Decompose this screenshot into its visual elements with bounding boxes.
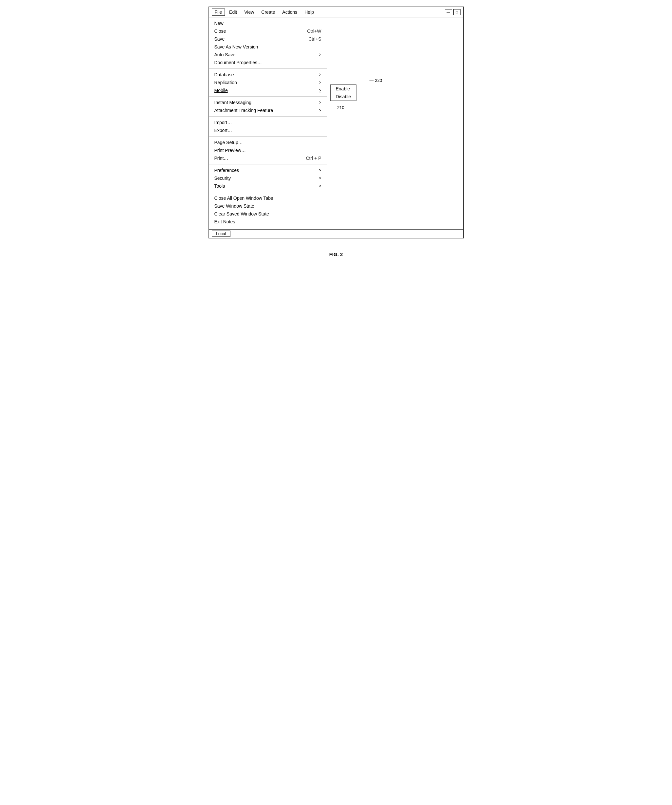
menu-item-instant-messaging-label: Instant Messaging xyxy=(215,100,252,105)
menu-item-mobile-arrow: > xyxy=(319,88,321,93)
menu-item-page-setup[interactable]: Page Setup… xyxy=(209,138,327,146)
menu-file[interactable]: File xyxy=(212,8,225,16)
annotation-210-label: 210 xyxy=(337,105,344,110)
minimize-button[interactable]: — xyxy=(445,9,452,15)
menu-item-save-as-new-version[interactable]: Save As New Version xyxy=(209,43,327,51)
window-controls: — □ xyxy=(445,9,461,15)
menu-item-print[interactable]: Print… Ctrl + P xyxy=(209,154,327,162)
attachment-tracking-submenu: Enable Disable xyxy=(330,84,357,101)
menu-item-auto-save-label: Auto Save xyxy=(215,52,236,58)
menu-edit[interactable]: Edit xyxy=(226,8,240,16)
menu-item-instant-messaging-arrow: > xyxy=(319,100,321,105)
file-dropdown-menu: New Close Ctrl+W Save Ctrl+S Save As New… xyxy=(209,17,327,229)
statusbar-tab-local[interactable]: Local xyxy=(212,230,230,237)
menu-item-document-properties[interactable]: Document Properties… xyxy=(209,59,327,66)
menu-actions[interactable]: Actions xyxy=(279,8,300,16)
statusbar: Local xyxy=(209,229,463,238)
menu-item-tools-label: Tools xyxy=(215,183,225,189)
menu-item-mobile-label: Mobile xyxy=(215,88,228,93)
menu-item-print-label: Print… xyxy=(215,156,228,161)
application-window: File Edit View Create Actions Help — □ N… xyxy=(208,7,464,238)
menu-item-preferences-label: Preferences xyxy=(215,168,239,173)
menu-item-database-arrow: > xyxy=(319,72,321,77)
menu-item-save-label: Save xyxy=(215,36,225,42)
menu-item-import[interactable]: Import… xyxy=(209,118,327,127)
menu-item-page-setup-label: Page Setup… xyxy=(215,140,243,145)
menu-item-print-preview-label: Print Preview… xyxy=(215,148,246,153)
menu-item-instant-messaging[interactable]: Instant Messaging > xyxy=(209,99,327,107)
menu-section-print: Page Setup… Print Preview… Print… Ctrl +… xyxy=(209,136,327,164)
menu-item-attachment-tracking[interactable]: Attachment Tracking Feature > xyxy=(209,107,327,114)
menu-item-auto-save-arrow: > xyxy=(319,53,321,57)
menu-item-attachment-tracking-arrow: > xyxy=(319,108,321,113)
menu-item-security-label: Security xyxy=(215,176,231,181)
menu-item-save-window-state[interactable]: Save Window State xyxy=(209,202,327,210)
menu-item-close-all-tabs[interactable]: Close All Open Window Tabs xyxy=(209,194,327,202)
menu-item-clear-saved-window-state-label: Clear Saved Window State xyxy=(215,211,269,217)
menu-item-export[interactable]: Export… xyxy=(209,127,327,134)
submenu-item-disable[interactable]: Disable xyxy=(331,93,356,100)
annotation-210: — 210 xyxy=(332,105,344,110)
menu-item-close-all-tabs-label: Close All Open Window Tabs xyxy=(215,196,273,201)
menu-item-close-shortcut: Ctrl+W xyxy=(307,28,321,34)
menu-item-tools[interactable]: Tools > xyxy=(209,182,327,190)
menu-item-auto-save[interactable]: Auto Save > xyxy=(209,51,327,59)
menu-view[interactable]: View xyxy=(241,8,257,16)
menu-item-exit-notes-label: Exit Notes xyxy=(215,219,235,224)
menu-section-file-ops: New Close Ctrl+W Save Ctrl+S Save As New… xyxy=(209,17,327,69)
menubar: File Edit View Create Actions Help — □ xyxy=(209,7,463,17)
menu-item-security-arrow: > xyxy=(319,176,321,181)
menu-item-new-label: New xyxy=(215,21,224,26)
menu-section-import-export: Import… Export… xyxy=(209,117,327,136)
submenu-item-enable[interactable]: Enable xyxy=(331,85,356,93)
menu-help[interactable]: Help xyxy=(302,8,317,16)
menu-item-exit-notes[interactable]: Exit Notes xyxy=(209,218,327,226)
right-panel: Enable Disable — 220 — 210 xyxy=(327,17,463,229)
annotation-220: — 220 xyxy=(370,78,382,83)
menu-section-messaging: Instant Messaging > Attachment Tracking … xyxy=(209,97,327,117)
menu-section-db: Database > Replication > Mobile > xyxy=(209,69,327,97)
menu-item-save-as-new-version-label: Save As New Version xyxy=(215,44,258,49)
menu-item-document-properties-label: Document Properties… xyxy=(215,60,262,65)
menu-item-import-label: Import… xyxy=(215,120,232,125)
menu-item-save[interactable]: Save Ctrl+S xyxy=(209,35,327,43)
menu-item-save-window-state-label: Save Window State xyxy=(215,204,254,209)
menu-item-preferences-arrow: > xyxy=(319,168,321,172)
menu-item-new[interactable]: New xyxy=(209,19,327,27)
menu-item-save-shortcut: Ctrl+S xyxy=(308,36,321,42)
menu-item-close-label: Close xyxy=(215,28,226,34)
menu-item-replication-label: Replication xyxy=(215,80,237,85)
menu-section-window: Close All Open Window Tabs Save Window S… xyxy=(209,192,327,229)
menu-item-close[interactable]: Close Ctrl+W xyxy=(209,27,327,35)
menu-item-security[interactable]: Security > xyxy=(209,174,327,182)
menu-item-print-preview[interactable]: Print Preview… xyxy=(209,146,327,154)
menu-item-replication[interactable]: Replication > xyxy=(209,79,327,87)
menu-create[interactable]: Create xyxy=(258,8,278,16)
annotation-220-label: 220 xyxy=(375,78,382,83)
menu-item-replication-arrow: > xyxy=(319,80,321,85)
menu-item-attachment-tracking-label: Attachment Tracking Feature xyxy=(215,108,273,113)
menu-item-tools-arrow: > xyxy=(319,184,321,188)
menu-item-print-shortcut: Ctrl + P xyxy=(306,156,321,161)
menu-item-preferences[interactable]: Preferences > xyxy=(209,166,327,174)
menu-item-clear-saved-window-state[interactable]: Clear Saved Window State xyxy=(209,210,327,218)
menu-section-settings: Preferences > Security > Tools > xyxy=(209,164,327,192)
menu-item-database[interactable]: Database > xyxy=(209,71,327,79)
menu-item-export-label: Export… xyxy=(215,128,232,133)
menu-item-database-label: Database xyxy=(215,72,234,77)
maximize-button[interactable]: □ xyxy=(453,9,461,15)
main-content: New Close Ctrl+W Save Ctrl+S Save As New… xyxy=(209,17,463,229)
menu-item-mobile[interactable]: Mobile > xyxy=(209,87,327,94)
figure-caption: FIG. 2 xyxy=(329,251,343,257)
